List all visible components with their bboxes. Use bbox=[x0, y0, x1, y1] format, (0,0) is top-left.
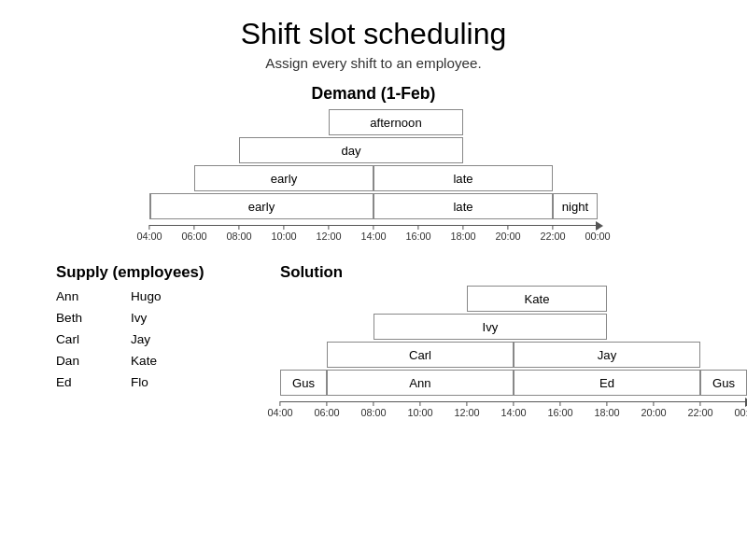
time-tick: 06:00 bbox=[181, 225, 206, 242]
supply-employee: Jay bbox=[131, 329, 205, 350]
timeline-block: late bbox=[374, 165, 553, 191]
page-subtitle: Assign every shift to an employee. bbox=[0, 55, 747, 71]
timeline-block: afternoon bbox=[329, 109, 463, 135]
time-tick: 00:00 bbox=[734, 401, 747, 418]
time-tick: 22:00 bbox=[687, 401, 712, 418]
time-tick: 16:00 bbox=[405, 225, 430, 242]
time-tick: 00:00 bbox=[585, 225, 610, 242]
time-tick: 14:00 bbox=[360, 225, 386, 242]
time-tick: 04:00 bbox=[136, 225, 162, 242]
timeline-block: Jay bbox=[514, 342, 700, 368]
time-tick: 10:00 bbox=[407, 401, 432, 418]
supply-employee: Kate bbox=[131, 350, 205, 371]
timeline-block: Ed bbox=[514, 370, 700, 396]
supply-employee: Carl bbox=[56, 329, 131, 350]
supply-employee: Flo bbox=[131, 371, 205, 393]
timeline-block: Gus bbox=[280, 370, 327, 396]
demand-timeline: afternoondayearlylateearlylatenightnight… bbox=[149, 109, 598, 254]
timeline-block: Kate bbox=[467, 286, 607, 312]
time-tick: 12:00 bbox=[454, 401, 479, 418]
supply-employee: Ed bbox=[56, 371, 131, 393]
timeline-block: late bbox=[374, 193, 553, 219]
time-tick: 18:00 bbox=[450, 225, 475, 242]
supply-employee: Ivy bbox=[131, 307, 205, 329]
time-tick: 22:00 bbox=[540, 225, 565, 242]
time-tick: 18:00 bbox=[594, 401, 619, 418]
page-title: Shift slot scheduling bbox=[0, 0, 747, 51]
timeline-block: Ivy bbox=[374, 314, 607, 340]
timeline-block: day bbox=[239, 137, 463, 163]
time-tick: 06:00 bbox=[314, 401, 339, 418]
demand-section-title: Demand (1-Feb) bbox=[0, 84, 747, 104]
supply-employee: Ann bbox=[56, 286, 131, 307]
timeline-block: Gus bbox=[700, 370, 747, 396]
solution-timeline: KateIvyCarlJayGusAnnEdGus04:0006:0008:00… bbox=[280, 286, 747, 430]
timeline-block: Carl bbox=[327, 342, 514, 368]
time-tick: 04:00 bbox=[267, 401, 292, 418]
time-tick: 16:00 bbox=[547, 401, 572, 418]
supply-list: AnnHugoBethIvyCarlJayDanKateEdFlo bbox=[56, 286, 280, 394]
timeline-block: night bbox=[149, 193, 151, 219]
supply-employee: Hugo bbox=[131, 286, 205, 307]
time-tick: 08:00 bbox=[226, 225, 251, 242]
time-tick: 14:00 bbox=[500, 401, 526, 418]
supply-title: Supply (employees) bbox=[56, 263, 280, 282]
supply-employee: Dan bbox=[56, 350, 131, 371]
timeline-block: early bbox=[149, 193, 374, 219]
time-tick: 20:00 bbox=[495, 225, 520, 242]
time-tick: 12:00 bbox=[316, 225, 341, 242]
time-tick: 10:00 bbox=[271, 225, 296, 242]
supply-employee: Beth bbox=[56, 307, 131, 329]
timeline-block: Ann bbox=[327, 370, 514, 396]
solution-title: Solution bbox=[280, 263, 747, 282]
time-tick: 20:00 bbox=[641, 401, 666, 418]
timeline-block: night bbox=[553, 193, 598, 219]
time-tick: 08:00 bbox=[360, 401, 386, 418]
timeline-block: early bbox=[194, 165, 374, 191]
